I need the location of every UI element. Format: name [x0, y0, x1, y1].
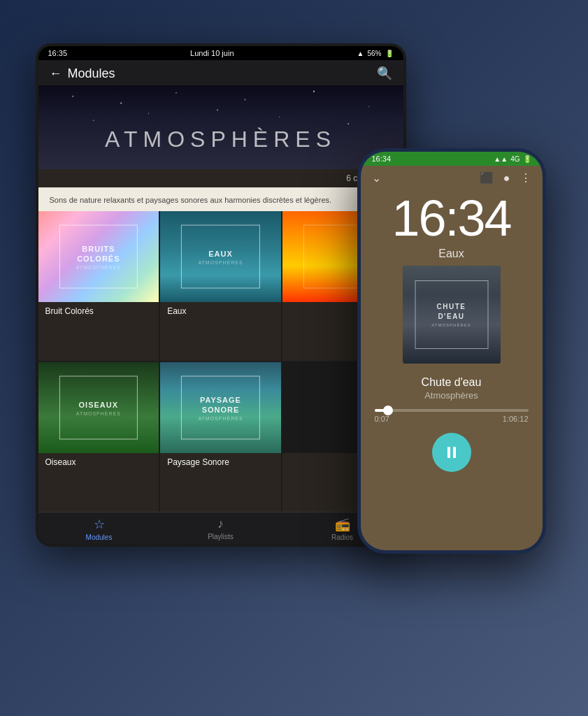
- svg-rect-11: [447, 447, 450, 458]
- circle-icon[interactable]: ●: [503, 172, 510, 185]
- svg-point-8: [217, 109, 218, 110]
- album-art-sub: ATMOSPHÈRES: [431, 323, 471, 327]
- grid-item-paysage-sonore[interactable]: PAYSAGESONORE ATMOSPHÈRES Paysage Sonore: [160, 362, 281, 512]
- bruit-colores-box: BRUITSCOLORÉS ATMOSPHÈRES: [59, 225, 138, 289]
- signal-type: 4G: [510, 155, 519, 163]
- modules-grid: BRUITSCOLORÉS ATMOSPHÈRES Bruit Colorés …: [38, 211, 403, 512]
- search-icon[interactable]: 🔍: [377, 66, 392, 81]
- oiseaux-image: OISEAUX ATMOSPHÈRES: [38, 362, 159, 453]
- progress-current: 0:07: [375, 415, 389, 423]
- tablet-screen: 16:35 Lundi 10 juin ▲ 56% 🔋 ← Modules 🔍: [38, 46, 403, 544]
- bruit-colores-label: BRUITSCOLORÉS: [77, 243, 120, 264]
- progress-times: 0:07 1:06:12: [375, 415, 529, 423]
- playlists-nav-label: Playlists: [208, 533, 234, 540]
- bruit-colores-sub: ATMOSPHÈRES: [76, 265, 121, 270]
- phone-album-art: CHUTED'EAU ATMOSPHÈRES: [403, 266, 501, 364]
- grid-item-eaux[interactable]: EAUX ATMOSPHÈRES Eaux: [160, 211, 281, 361]
- wifi-icon: ▲: [357, 50, 364, 57]
- phone-device: 16:34 ▲▲ 4G 🔋 ⌄ ⬛ ● ⋮ 16:34: [357, 148, 546, 554]
- eaux-footer: Eaux: [160, 302, 281, 320]
- categories-bar: 6 catégories: [38, 169, 403, 187]
- album-art-label: CHUTED'EAU: [437, 302, 466, 322]
- paysage-label: PAYSAGESONORE: [200, 394, 241, 415]
- phone-signal-area: ▲▲ 4G 🔋: [494, 155, 531, 163]
- svg-point-7: [148, 113, 148, 114]
- modules-nav-label: Modules: [86, 534, 113, 541]
- album-art-inner-box: CHUTED'EAU ATMOSPHÈRES: [415, 280, 488, 349]
- hero-banner: ATMOSPHÈRES: [38, 85, 403, 169]
- chevron-down-icon[interactable]: ⌄: [372, 171, 381, 185]
- radios-nav-label: Radios: [331, 534, 353, 541]
- svg-point-5: [368, 106, 369, 108]
- phone-play-area: [361, 426, 543, 478]
- tablet-bottom-nav: ☆ Modules ♪ Playlists 📻 Radios: [38, 512, 403, 544]
- phone-category-label: Eaux: [361, 248, 543, 260]
- bruit-colores-footer: Bruit Colorés: [38, 302, 159, 320]
- svg-point-2: [175, 92, 177, 94]
- progress-thumb[interactable]: [383, 406, 393, 415]
- modules-nav-icon: ☆: [94, 517, 105, 532]
- hero-title: ATMOSPHÈRES: [38, 127, 403, 152]
- svg-point-10: [347, 123, 349, 124]
- phone-time: 16:34: [372, 155, 392, 163]
- nav-playlists[interactable]: ♪ Playlists: [160, 517, 282, 541]
- tablet-time: 16:35: [48, 49, 68, 57]
- more-menu-icon[interactable]: ⋮: [520, 171, 531, 185]
- grid-item-bruit-colores[interactable]: BRUITSCOLORÉS ATMOSPHÈRES Bruit Colorés: [38, 211, 159, 361]
- oiseaux-sub: ATMOSPHÈRES: [76, 411, 121, 416]
- cast-icon[interactable]: ⬛: [480, 171, 494, 185]
- scene: 16:35 Lundi 10 juin ▲ 56% 🔋 ← Modules 🔍: [22, 22, 567, 694]
- battery-icon: 🔋: [385, 50, 394, 57]
- nav-modules[interactable]: ☆ Modules: [38, 517, 160, 541]
- pause-icon: [444, 445, 459, 460]
- playlists-nav-icon: ♪: [217, 517, 224, 531]
- oiseaux-label: OISEAUX: [79, 399, 119, 409]
- phone-track-artist: Atmosphères: [361, 390, 543, 401]
- oiseaux-box: OISEAUX ATMOSPHÈRES: [59, 376, 138, 440]
- play-pause-button[interactable]: [432, 433, 471, 472]
- svg-point-4: [313, 91, 314, 92]
- app-header: ← Modules 🔍: [38, 60, 403, 85]
- svg-point-6: [92, 120, 94, 121]
- tablet-status-right: ▲ 56% 🔋: [357, 50, 394, 57]
- paysage-sub: ATMOSPHÈRES: [198, 416, 243, 421]
- phone-progress-area: 0:07 1:06:12: [361, 401, 543, 426]
- battery-level: 56%: [367, 50, 381, 57]
- paysage-box: PAYSAGESONORE ATMOSPHÈRES: [181, 376, 259, 440]
- description-bar: Sons de nature relaxants et paysages son…: [38, 187, 403, 211]
- eaux-box: EAUX ATMOSPHÈRES: [181, 225, 259, 289]
- phone-track-title: Chute d'eau: [361, 376, 543, 389]
- paysage-image: PAYSAGESONORE ATMOSPHÈRES: [160, 362, 281, 453]
- svg-rect-12: [453, 447, 456, 458]
- paysage-footer: Paysage Sonore: [160, 453, 281, 471]
- antenna-icon: ▲▲: [494, 155, 508, 163]
- eaux-image: EAUX ATMOSPHÈRES: [160, 211, 281, 302]
- phone-clock-display: 16:34: [361, 193, 543, 243]
- phone-battery-icon: 🔋: [523, 155, 531, 163]
- header-left: ← Modules: [50, 66, 115, 81]
- svg-point-1: [120, 102, 122, 103]
- oiseaux-footer: Oiseaux: [38, 453, 159, 471]
- progress-total: 1:06:12: [503, 415, 529, 423]
- bruit-colores-image: BRUITSCOLORÉS ATMOSPHÈRES: [38, 211, 159, 302]
- svg-point-0: [72, 96, 73, 97]
- phone-clock: 16:34: [361, 190, 543, 248]
- back-button[interactable]: ←: [50, 66, 62, 81]
- phone-screen: 16:34 ▲▲ 4G 🔋 ⌄ ⬛ ● ⋮ 16:34: [361, 152, 543, 550]
- phone-controls-row: ⌄ ⬛ ● ⋮: [361, 166, 543, 190]
- svg-point-9: [278, 116, 280, 117]
- progress-bar[interactable]: [375, 409, 529, 412]
- description-text: Sons de nature relaxants et paysages son…: [50, 196, 332, 204]
- phone-status-bar: 16:34 ▲▲ 4G 🔋: [361, 152, 543, 166]
- grid-item-oiseaux[interactable]: OISEAUX ATMOSPHÈRES Oiseaux: [38, 362, 159, 512]
- eaux-label: EAUX: [208, 248, 233, 258]
- tablet-device: 16:35 Lundi 10 juin ▲ 56% 🔋 ← Modules 🔍: [36, 43, 406, 547]
- page-title: Modules: [68, 66, 115, 81]
- phone-ctrl-right: ⬛ ● ⋮: [480, 171, 531, 185]
- svg-point-3: [244, 99, 245, 101]
- tablet-status-bar: 16:35 Lundi 10 juin ▲ 56% 🔋: [38, 46, 403, 60]
- radios-nav-icon: 📻: [335, 517, 350, 532]
- tablet-date: Lundi 10 juin: [190, 49, 234, 57]
- eaux-sub: ATMOSPHÈRES: [198, 260, 243, 265]
